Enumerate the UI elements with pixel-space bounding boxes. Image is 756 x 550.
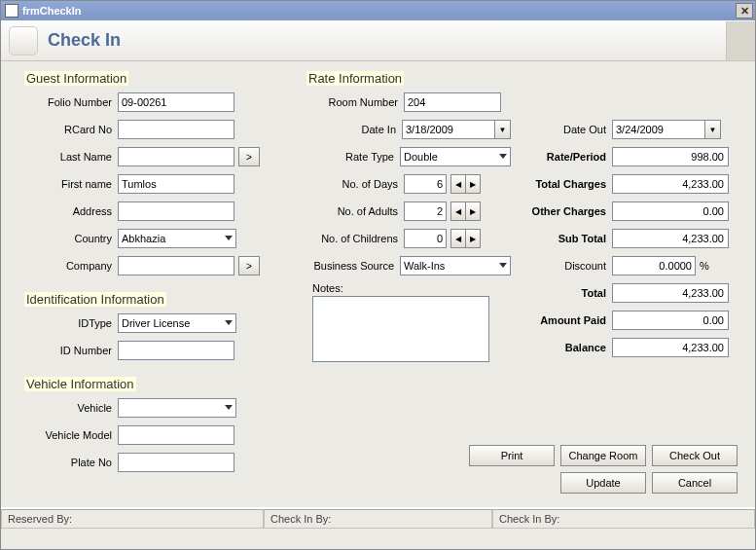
discount-input[interactable] — [612, 256, 696, 275]
company-lookup-button[interactable]: > — [238, 256, 260, 275]
days-increment-button[interactable]: ▶ — [465, 174, 481, 194]
window-title: frmCheckIn — [22, 5, 736, 17]
vehicle-model-input[interactable] — [118, 425, 234, 445]
bsource-label: Business Source — [306, 260, 400, 272]
rcard-input[interactable] — [118, 120, 234, 139]
header-band: Check In — [1, 20, 755, 61]
check-out-button[interactable]: Check Out — [652, 445, 738, 466]
lastname-label: Last Name — [24, 151, 118, 163]
idnumber-input[interactable] — [118, 341, 234, 360]
rcard-label: RCard No — [24, 124, 118, 135]
dateout-dropdown-icon[interactable]: ▼ — [704, 121, 720, 138]
title-bar: frmCheckIn ✕ — [1, 1, 755, 20]
total-output: 4,233.00 — [612, 283, 729, 303]
adults-spinner: ◀ ▶ — [450, 202, 481, 221]
left-column: Guest Information Folio Number RCard No … — [24, 71, 277, 479]
amountpaid-output: 0.00 — [612, 311, 729, 330]
right-column: Rate Information Room Number Date In ▼ — [306, 71, 738, 479]
totalcharges-label: Total Charges — [524, 178, 612, 190]
vehicle-model-label: Vehicle Model — [24, 429, 118, 441]
close-button[interactable]: ✕ — [736, 3, 753, 18]
rateperiod-output: 998.00 — [612, 147, 729, 166]
children-label: No. of Childrens — [306, 233, 404, 244]
status-checkin-by-2: Check In By: — [492, 509, 755, 529]
form-body: Guest Information Folio Number RCard No … — [1, 61, 755, 507]
app-icon — [5, 4, 18, 18]
days-spinner: ◀ ▶ — [450, 174, 481, 194]
folio-input[interactable] — [118, 92, 234, 112]
notes-label: Notes: — [312, 282, 511, 294]
change-room-button[interactable]: Change Room — [560, 445, 646, 466]
lastname-lookup-button[interactable]: > — [238, 147, 260, 166]
print-button[interactable]: Print — [469, 445, 555, 466]
ratetype-select[interactable]: Double — [400, 147, 511, 166]
lastname-input[interactable] — [118, 147, 234, 166]
status-bar: Reserved By: Check In By: Check In By: — [1, 507, 755, 529]
status-reserved-by: Reserved By: — [1, 509, 264, 529]
rate-left: Room Number Date In ▼ Rate Type — [306, 92, 511, 364]
balance-output: 4,233.00 — [612, 338, 729, 357]
update-button[interactable]: Update — [560, 472, 646, 494]
section-guest-info: Guest Information — [24, 71, 128, 86]
company-input[interactable] — [118, 256, 234, 275]
othercharges-output: 0.00 — [612, 202, 729, 221]
totalcharges-output: 4,233.00 — [612, 174, 729, 194]
adults-input[interactable] — [404, 202, 447, 221]
section-rate-info: Rate Information — [306, 71, 404, 86]
idtype-label: IDType — [24, 317, 118, 329]
country-label: Country — [24, 233, 118, 244]
close-icon: ✕ — [740, 5, 749, 18]
plate-input[interactable] — [118, 453, 234, 472]
header-right-box — [726, 21, 755, 60]
idnumber-label: ID Number — [24, 345, 118, 356]
adults-increment-button[interactable]: ▶ — [465, 202, 481, 221]
rate-right: Date Out ▼ Rate/Period 998.00 Total Char… — [524, 92, 738, 364]
room-input[interactable] — [404, 92, 501, 112]
notes-textarea[interactable] — [312, 296, 489, 362]
vehicle-select[interactable] — [118, 398, 236, 418]
total-label: Total — [524, 287, 612, 299]
children-spinner: ◀ ▶ — [450, 229, 481, 248]
company-label: Company — [24, 260, 118, 272]
children-decrement-button[interactable]: ◀ — [450, 229, 466, 248]
datein-dropdown-icon[interactable]: ▼ — [494, 121, 510, 138]
firstname-label: First name — [24, 178, 118, 190]
discount-label: Discount — [524, 260, 612, 272]
adults-label: No. of Adults — [306, 205, 404, 217]
page-title: Check In — [48, 30, 726, 51]
vehicle-label: Vehicle — [24, 402, 118, 414]
children-input[interactable] — [404, 229, 447, 248]
days-label: No. of Days — [306, 178, 404, 190]
subtotal-output: 4,233.00 — [612, 229, 729, 248]
room-label: Room Number — [306, 96, 404, 108]
address-label: Address — [24, 205, 118, 217]
days-decrement-button[interactable]: ◀ — [450, 174, 466, 194]
rateperiod-link[interactable]: Rate/Period — [524, 151, 612, 163]
dateout-label: Date Out — [524, 124, 612, 135]
datein-label: Date In — [306, 124, 402, 135]
folio-label: Folio Number — [24, 96, 118, 108]
firstname-input[interactable] — [118, 174, 234, 194]
amountpaid-link[interactable]: Amount Paid — [524, 314, 612, 326]
address-input[interactable] — [118, 202, 234, 221]
section-vehicle-info: Vehicle Information — [24, 377, 136, 391]
subtotal-label: Sub Total — [524, 233, 612, 244]
action-buttons: Print Change Room Check Out Update Cance… — [469, 445, 738, 494]
discount-unit: % — [700, 260, 709, 272]
adults-decrement-button[interactable]: ◀ — [450, 202, 466, 221]
page-icon — [9, 26, 38, 55]
othercharges-link[interactable]: Other Charges — [524, 205, 612, 217]
bsource-select[interactable]: Walk-Ins — [400, 256, 511, 275]
ratetype-label: Rate Type — [306, 151, 400, 163]
status-checkin-by-1: Check In By: — [264, 509, 492, 529]
idtype-select[interactable]: Driver License — [118, 313, 236, 333]
days-input[interactable] — [404, 174, 447, 194]
balance-label: Balance — [524, 342, 612, 353]
children-increment-button[interactable]: ▶ — [465, 229, 481, 248]
cancel-button[interactable]: Cancel — [652, 472, 738, 494]
country-select[interactable]: Abkhazia — [118, 229, 236, 248]
section-ident-info: Identification Information — [24, 292, 166, 307]
plate-label: Plate No — [24, 457, 118, 468]
